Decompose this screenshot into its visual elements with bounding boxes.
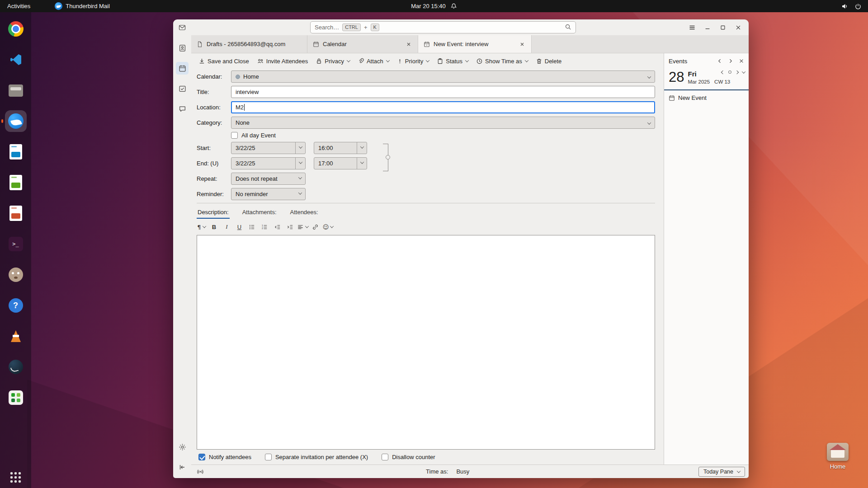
smiley-menu-button[interactable]: ☺ bbox=[322, 221, 334, 232]
day-number: 28 bbox=[669, 70, 684, 85]
start-date-input[interactable]: 3/22/25 bbox=[231, 142, 306, 154]
tab-calendar[interactable]: Calendar bbox=[307, 35, 418, 53]
dock-impress-icon[interactable] bbox=[5, 202, 27, 224]
space-calendar-button[interactable] bbox=[176, 62, 189, 75]
dock-writer-icon[interactable] bbox=[5, 141, 27, 163]
space-chat-button[interactable] bbox=[176, 103, 189, 115]
delete-button[interactable]: Delete bbox=[536, 58, 562, 65]
bold-button[interactable]: B bbox=[208, 221, 220, 232]
close-button[interactable] bbox=[732, 22, 744, 33]
tab-new-event-close-icon[interactable] bbox=[519, 41, 526, 48]
global-search-input[interactable]: Search… CTRL + K bbox=[310, 21, 576, 33]
tab-attachments[interactable]: Attachments: bbox=[241, 206, 278, 219]
disallow-counter-checkbox[interactable] bbox=[382, 454, 388, 460]
category-select[interactable]: None bbox=[231, 117, 655, 129]
title-input[interactable]: interview bbox=[231, 86, 655, 98]
clipboard-icon bbox=[437, 58, 443, 65]
notify-attendees-label: Notify attendees bbox=[209, 454, 251, 460]
broadcast-icon bbox=[197, 468, 204, 475]
all-day-checkbox[interactable] bbox=[231, 132, 238, 139]
spaces-settings-button[interactable] bbox=[176, 441, 189, 453]
dock-app-center-icon[interactable] bbox=[5, 387, 27, 408]
save-and-close-button[interactable]: Save and Close bbox=[198, 58, 249, 65]
dock-calc-icon[interactable] bbox=[5, 172, 27, 193]
space-mail-button[interactable] bbox=[176, 21, 189, 34]
bullet-list-icon bbox=[249, 224, 255, 230]
insert-link-button[interactable] bbox=[310, 221, 321, 232]
end-label: End: (U) bbox=[197, 160, 231, 167]
activities-button[interactable]: Activities bbox=[0, 0, 38, 12]
kbd-k: K bbox=[371, 23, 379, 31]
maximize-button[interactable] bbox=[717, 22, 729, 33]
outdent-button[interactable] bbox=[272, 221, 283, 232]
description-editor[interactable] bbox=[197, 235, 655, 450]
invite-attendees-button[interactable]: Invite Attendees bbox=[257, 58, 308, 65]
spaces-collapse-button[interactable] bbox=[176, 461, 189, 474]
indent-button[interactable] bbox=[284, 221, 296, 232]
space-tasks-button[interactable] bbox=[176, 82, 189, 95]
system-status-area[interactable] bbox=[841, 3, 868, 10]
show-time-as-menu-button[interactable]: Show Time as bbox=[476, 58, 528, 65]
space-addressbook-button[interactable] bbox=[176, 42, 189, 54]
date-expand-icon[interactable] bbox=[742, 70, 745, 73]
dock-thunderbird-icon[interactable] bbox=[5, 110, 27, 132]
focused-app-menu[interactable]: Thunderbird Mail bbox=[55, 2, 110, 10]
underline-button[interactable]: U bbox=[234, 221, 245, 232]
focused-app-name: Thunderbird Mail bbox=[66, 3, 110, 9]
tab-description[interactable]: Description: bbox=[197, 206, 230, 219]
kbd-ctrl: CTRL bbox=[342, 23, 361, 31]
attach-menu-button[interactable]: Attach bbox=[358, 58, 389, 65]
events-panel-title: Events bbox=[669, 58, 687, 65]
separate-invitation-checkbox[interactable] bbox=[265, 454, 272, 460]
date-today-icon[interactable] bbox=[728, 70, 731, 74]
tab-new-event[interactable]: New Event: interview bbox=[418, 35, 532, 53]
start-time-input[interactable]: 16:00 bbox=[314, 142, 367, 154]
tab-calendar-close-icon[interactable] bbox=[405, 41, 412, 48]
italic-button[interactable]: I bbox=[221, 221, 232, 232]
dock-vscode-icon[interactable] bbox=[5, 49, 27, 70]
calendar-select[interactable]: Home bbox=[231, 70, 655, 83]
bullet-list-button[interactable] bbox=[246, 221, 258, 232]
dock-terminal-icon[interactable]: >_ bbox=[5, 233, 27, 255]
volume-icon bbox=[841, 3, 848, 10]
numbered-list-button[interactable]: 12 bbox=[259, 221, 270, 232]
tab-attendees[interactable]: Attendees: bbox=[289, 206, 319, 219]
paragraph-style-button[interactable]: ¶ bbox=[196, 221, 207, 232]
events-next-button[interactable] bbox=[728, 58, 733, 64]
dock-gimp-icon[interactable] bbox=[5, 264, 27, 286]
dock-vlc-icon[interactable] bbox=[5, 325, 27, 347]
separate-invitation-label: Separate invitation per attendee (X) bbox=[275, 454, 368, 460]
disallow-counter-label: Disallow counter bbox=[392, 454, 435, 460]
clock-menu[interactable]: Mar 20 15:40 bbox=[411, 3, 457, 9]
tab-drafts[interactable]: Drafts - 2658564893@qq.com bbox=[191, 35, 307, 53]
minimize-button[interactable] bbox=[702, 22, 713, 33]
end-time-input[interactable]: 17:00 bbox=[314, 157, 367, 169]
notify-attendees-checkbox[interactable] bbox=[198, 454, 205, 460]
app-menu-button[interactable] bbox=[686, 22, 698, 33]
show-applications-button[interactable] bbox=[5, 466, 27, 488]
notification-bell-icon bbox=[450, 3, 457, 9]
events-close-button[interactable] bbox=[739, 58, 744, 64]
events-prev-button[interactable] bbox=[717, 58, 722, 64]
calendar-icon bbox=[179, 65, 186, 72]
date-forward-icon[interactable] bbox=[735, 70, 739, 74]
dock-help-icon[interactable] bbox=[5, 295, 27, 316]
privacy-menu-button[interactable]: Privacy bbox=[316, 58, 350, 65]
tab-new-event-label: New Event: interview bbox=[434, 41, 488, 47]
dock-steam-icon[interactable] bbox=[5, 356, 27, 378]
alignment-menu-button[interactable] bbox=[297, 221, 308, 232]
location-input[interactable]: M2 bbox=[231, 101, 655, 113]
today-pane-toggle[interactable]: Today Pane bbox=[698, 467, 745, 477]
home-folder-shortcut[interactable]: Home bbox=[822, 443, 854, 470]
dock-files-icon[interactable] bbox=[5, 80, 27, 101]
status-menu-button[interactable]: Status bbox=[437, 58, 468, 65]
reminder-select[interactable]: No reminder bbox=[231, 188, 306, 200]
dock-chrome-icon[interactable] bbox=[5, 18, 27, 40]
end-date-input[interactable]: 3/22/25 bbox=[231, 157, 306, 169]
date-back-icon[interactable] bbox=[721, 70, 725, 74]
collapse-left-icon bbox=[179, 464, 186, 471]
repeat-select[interactable]: Does not repeat bbox=[231, 173, 306, 185]
new-event-item[interactable]: New Event bbox=[664, 90, 749, 105]
priority-menu-button[interactable]: Priority bbox=[397, 58, 429, 65]
chevron-down-icon bbox=[647, 75, 651, 78]
